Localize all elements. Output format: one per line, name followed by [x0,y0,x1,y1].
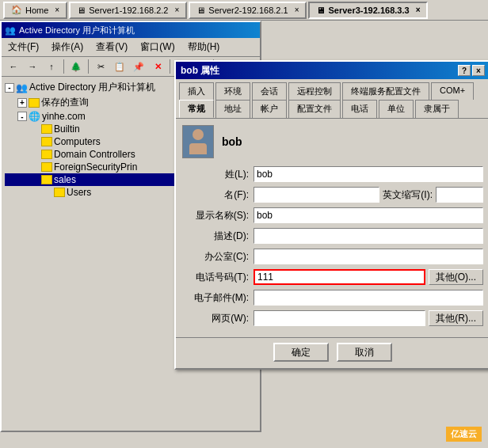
copy-button[interactable]: 📋 [111,59,128,74]
cancel-button[interactable]: 取消 [337,343,392,362]
close-button[interactable]: × [472,65,485,76]
tree-button[interactable]: 🌲 [67,59,85,74]
back-button[interactable]: ← [5,59,22,74]
avatar [182,125,214,158]
forward-button[interactable]: → [24,59,41,74]
tab-server3[interactable]: 🖥 Server3-192.168.3.3 × [308,2,428,19]
display-name-input[interactable] [254,207,483,223]
ad-titlebar: 👥 Active Directory 用户和计算机 [2,22,260,38]
office-row: 办公室(C): [182,249,483,264]
description-label: 描述(D): [182,230,254,243]
phone-input[interactable] [254,269,425,285]
close-icon[interactable]: × [55,6,59,14]
tab-account[interactable]: 帐户 [252,100,287,118]
phone-label: 电话号码(T): [182,271,254,284]
avatar-figure [186,127,210,156]
folder-icon [41,150,52,159]
bob-dialog: bob 属性 ? × 插入 环境 会话 远程控制 终端服务配置文件 COM+ 常… [174,60,488,370]
webpage-label: 网页(W): [182,312,254,325]
office-label: 办公室(C): [182,250,254,264]
initials-input[interactable] [436,187,483,203]
dialog-titlebar: bob 属性 ? × [176,62,488,79]
webpage-other-button[interactable]: 其他(R)... [429,310,483,326]
dialog-tabs-row1: 插入 环境 会话 远程控制 终端服务配置文件 COM+ [176,79,488,100]
taskbar: 🏠 Home × 🖥 Server1-192.168.2.2 × 🖥 Serve… [0,0,488,21]
ad-title-icon: 👥 [5,25,16,36]
tab-server1[interactable]: 🖥 Server1-192.168.2.2 × [69,2,187,19]
first-name-input[interactable] [254,187,379,203]
phone-row: 电话号码(T): 其他(O)... [182,269,483,285]
dialog-tabs-row2: 常规 地址 帐户 配置文件 电话 单位 隶属于 [176,100,488,118]
first-name-label: 名(F): [182,188,254,202]
expand-icon[interactable]: + [17,98,27,108]
folder-icon [54,188,65,197]
tab-org[interactable]: 单位 [379,100,414,118]
initials-label: 英文缩写(I): [379,188,436,202]
ad-menubar: 文件(F) 操作(A) 查看(V) 窗口(W) 帮助(H) [2,38,260,57]
user-header: bob [182,125,483,158]
last-name-label: 姓(L): [182,168,254,181]
dialog-title-buttons: ? × [458,65,485,76]
tab-profile[interactable]: 配置文件 [288,100,341,118]
tab-com[interactable]: COM+ [431,82,474,100]
webpage-input[interactable] [254,310,425,326]
tab-phone[interactable]: 电话 [342,100,377,118]
folder-icon [41,175,52,184]
folder-icon [29,98,40,108]
menu-view[interactable]: 查看(V) [93,40,131,55]
menu-action[interactable]: 操作(A) [48,40,86,55]
delete-button[interactable]: ✕ [149,59,166,74]
server-icon: 🖥 [77,6,86,15]
watermark: 亿速云 [446,427,482,442]
display-name-row: 显示名称(S): [182,207,483,223]
description-row: 描述(D): [182,228,483,244]
display-name-label: 显示名称(S): [182,209,254,222]
tab-general[interactable]: 常规 [179,100,214,118]
dialog-title: bob 属性 [181,64,219,78]
root-icon: 👥 [16,82,28,93]
tab-member-of[interactable]: 隶属于 [415,100,459,118]
cut-button[interactable]: ✂ [92,59,109,74]
avatar-head [193,129,204,140]
email-label: 电子邮件(M): [182,291,254,305]
tab-terminal-profile[interactable]: 终端服务配置文件 [342,82,429,100]
close-icon[interactable]: × [416,6,421,14]
close-icon[interactable]: × [174,6,179,14]
folder-icon [41,124,52,134]
username-label: bob [222,135,242,148]
office-input[interactable] [254,249,483,264]
expand-icon[interactable]: - [5,83,14,93]
close-icon[interactable]: × [295,6,299,14]
tab-home[interactable]: 🏠 Home × [3,2,67,19]
tab-insert[interactable]: 插入 [179,82,214,100]
dialog-footer: 确定 取消 [176,337,488,368]
separator [63,59,64,74]
ok-button[interactable]: 确定 [273,343,329,362]
tab-env[interactable]: 环境 [215,82,250,100]
help-button[interactable]: ? [458,65,471,76]
menu-window[interactable]: 窗口(W) [137,40,177,55]
folder-icon [41,137,52,146]
tab-session[interactable]: 会话 [252,82,287,100]
up-button[interactable]: ↑ [43,59,60,74]
menu-help[interactable]: 帮助(H) [185,40,223,55]
first-name-row: 名(F): 英文缩写(I): [182,187,483,203]
last-name-row: 姓(L): [182,166,483,182]
tab-address[interactable]: 地址 [215,100,250,118]
paste-button[interactable]: 📌 [130,59,147,74]
menu-file[interactable]: 文件(F) [5,40,42,55]
separator [170,59,170,74]
separator [88,59,89,74]
email-input[interactable] [254,290,483,306]
server-icon: 🖥 [196,6,205,15]
last-name-input[interactable] [254,166,483,182]
server-icon: 🖥 [316,6,325,15]
domain-icon: 🌐 [29,111,40,122]
description-input[interactable] [254,228,483,244]
tab-remote-control[interactable]: 远程控制 [288,82,341,100]
dialog-body: bob 姓(L): 名(F): 英文缩写(I): 显示名称(S): [176,118,488,337]
email-row: 电子邮件(M): [182,290,483,306]
phone-other-button[interactable]: 其他(O)... [429,269,483,285]
tab-server2[interactable]: 🖥 Server2-192.168.2.1 × [189,2,307,19]
expand-icon[interactable]: - [17,112,27,121]
